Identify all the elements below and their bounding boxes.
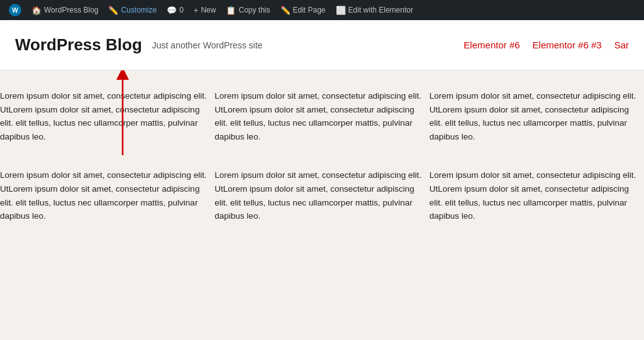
edit-page-icon: ✏️	[280, 6, 291, 15]
content-top-grid: Lorem ipsum dolor sit amet, consectetur …	[0, 89, 644, 143]
site-header: WordPress Blog Just another WordPress si…	[0, 20, 644, 70]
site-tagline: Just another WordPress site	[152, 40, 263, 50]
lorem-text-1: Lorem ipsum dolor sit amet, consectetur …	[0, 89, 209, 143]
admin-bar-wp-logo[interactable]: W	[4, 0, 26, 20]
lorem-text-3: Lorem ipsum dolor sit amet, consectetur …	[430, 89, 639, 143]
admin-bar-customize[interactable]: ✏️ Customize	[103, 0, 162, 20]
wp-logo-icon: W	[9, 4, 21, 16]
lorem-text-bottom-1: Lorem ipsum dolor sit amet, consectetur …	[0, 168, 209, 222]
admin-bar-edit-elementor[interactable]: ⬜ Edit with Elementor	[331, 0, 418, 20]
copy-icon: 📋	[226, 6, 236, 15]
content-bottom-grid: Lorem ipsum dolor sit amet, consectetur …	[0, 168, 644, 222]
nav-item-elementor6[interactable]: Elementor #6	[464, 40, 519, 50]
customize-label: Customize	[121, 6, 157, 14]
lorem-text-bottom-3: Lorem ipsum dolor sit amet, consectetur …	[430, 168, 639, 222]
site-title: WordPress Blog	[15, 35, 142, 55]
admin-bar: W 🏠 WordPress Blog ✏️ Customize 💬 0 + Ne…	[0, 0, 644, 20]
nav-menu: Elementor #6 Elementor #6 #3 Sar	[464, 40, 629, 50]
lorem-text-2: Lorem ipsum dolor sit amet, consectetur …	[214, 89, 424, 143]
home-icon: 🏠	[31, 6, 42, 15]
customize-icon: ✏️	[108, 6, 118, 15]
edit-page-label: Edit Page	[293, 6, 326, 14]
admin-bar-new[interactable]: + New	[189, 0, 221, 20]
content-col-2: Lorem ipsum dolor sit amet, consectetur …	[214, 89, 429, 143]
edit-elementor-label: Edit with Elementor	[348, 6, 413, 14]
comments-count: 0	[179, 6, 184, 14]
admin-bar-comments[interactable]: 💬 0	[162, 0, 189, 20]
admin-bar-copy-this[interactable]: 📋 Copy this	[221, 0, 275, 20]
nav-item-sar[interactable]: Sar	[614, 40, 629, 50]
admin-bar-site-name[interactable]: 🏠 WordPress Blog	[26, 0, 103, 20]
lorem-text-bottom-2: Lorem ipsum dolor sit amet, consectetur …	[214, 168, 424, 222]
page-content: Lorem ipsum dolor sit amet, consectetur …	[0, 70, 644, 340]
content-bottom-col-2: Lorem ipsum dolor sit amet, consectetur …	[214, 168, 429, 222]
site-title-area: WordPress Blog Just another WordPress si…	[15, 35, 262, 55]
admin-bar-edit-page[interactable]: ✏️ Edit Page	[275, 0, 331, 20]
content-bottom-col-1: Lorem ipsum dolor sit amet, consectetur …	[0, 168, 214, 222]
admin-site-name-label: WordPress Blog	[44, 6, 98, 14]
content-col-1: Lorem ipsum dolor sit amet, consectetur …	[0, 89, 214, 143]
new-icon: +	[194, 6, 199, 15]
new-label: New	[201, 6, 216, 14]
elementor-icon: ⬜	[336, 6, 346, 15]
nav-item-elementor6-3[interactable]: Elementor #6 #3	[533, 40, 602, 50]
content-bottom-col-3: Lorem ipsum dolor sit amet, consectetur …	[430, 168, 644, 222]
comments-icon: 💬	[167, 6, 177, 15]
content-col-3: Lorem ipsum dolor sit amet, consectetur …	[430, 89, 644, 143]
copy-this-label: Copy this	[238, 6, 270, 14]
